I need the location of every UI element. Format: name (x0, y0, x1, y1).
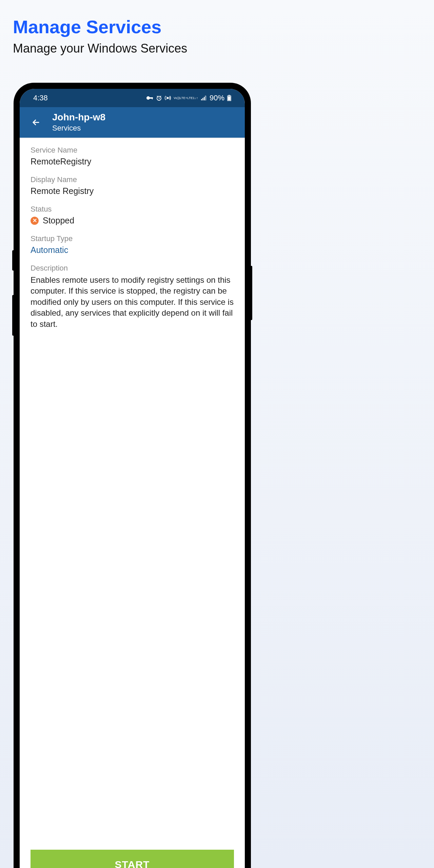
app-bar-subtitle: Services (52, 124, 105, 133)
arrow-left-icon (31, 118, 41, 127)
stopped-icon: ✕ (31, 217, 39, 225)
startup-type-label: Startup Type (31, 234, 234, 243)
page-title: Manage Services (13, 16, 434, 37)
alarm-icon (156, 95, 162, 101)
description-field: Description Enables remote users to modi… (31, 264, 234, 330)
svg-rect-2 (152, 97, 153, 99)
svg-rect-6 (202, 98, 203, 100)
startup-type-field[interactable]: Startup Type Automatic (31, 234, 234, 255)
svg-point-4 (167, 97, 169, 99)
network-type-label: Vo)) LTE+LTE1 ↓↑ (174, 97, 198, 100)
display-name-field: Display Name Remote Registry (31, 175, 234, 196)
battery-icon (227, 95, 231, 101)
phone-side-button (12, 250, 14, 271)
phone-side-button (250, 266, 252, 320)
app-bar: John-hp-w8 Services (20, 107, 245, 138)
svg-rect-11 (228, 96, 231, 101)
svg-point-0 (146, 96, 150, 100)
hotspot-icon (165, 95, 171, 101)
start-button[interactable]: START (31, 850, 234, 868)
status-time: 4:38 (33, 94, 48, 102)
app-bar-title: John-hp-w8 (52, 112, 105, 123)
service-name-label: Service Name (31, 146, 234, 155)
service-name-value: RemoteRegistry (31, 157, 234, 166)
back-button[interactable] (28, 115, 43, 130)
vpn-key-icon (146, 96, 153, 100)
display-name-value: Remote Registry (31, 186, 234, 196)
svg-rect-5 (201, 99, 202, 100)
service-name-field: Service Name RemoteRegistry (31, 146, 234, 166)
phone-frame: 4:38 Vo)) LTE+LTE1 ↓↑ 90% (14, 83, 251, 868)
status-bar: 4:38 Vo)) LTE+LTE1 ↓↑ 90% (20, 89, 245, 107)
content-area: Service Name RemoteRegistry Display Name… (20, 138, 245, 868)
phone-screen: 4:38 Vo)) LTE+LTE1 ↓↑ 90% (20, 89, 245, 868)
battery-percent: 90% (210, 94, 224, 102)
signal-icon (201, 96, 207, 100)
page-subtitle: Manage your Windows Services (13, 41, 434, 56)
phone-side-button (12, 295, 14, 336)
status-value: Stopped (43, 216, 74, 225)
status-label: Status (31, 205, 234, 214)
status-field: Status ✕ Stopped (31, 205, 234, 225)
display-name-label: Display Name (31, 175, 234, 184)
svg-rect-7 (204, 97, 205, 100)
startup-type-value[interactable]: Automatic (31, 245, 234, 255)
svg-rect-8 (205, 96, 206, 100)
description-label: Description (31, 264, 234, 273)
description-value: Enables remote users to modify registry … (31, 275, 234, 330)
